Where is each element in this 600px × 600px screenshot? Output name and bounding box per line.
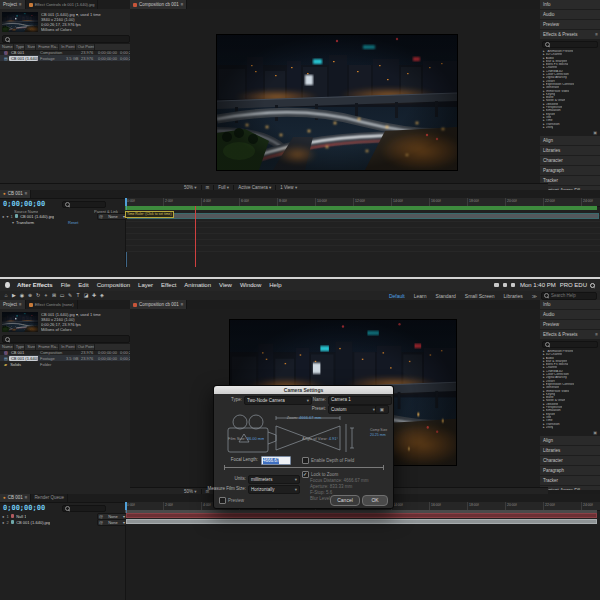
panel-menu-icon[interactable]: ≡ — [181, 302, 184, 308]
tool-icon[interactable]: ◉ — [18, 291, 26, 300]
timeline-search[interactable] — [62, 505, 106, 512]
focal-length-input[interactable]: 4666.67 — [261, 456, 291, 465]
effects-search[interactable] — [542, 41, 598, 48]
panel-align[interactable]: Align — [540, 136, 600, 145]
item-name[interactable]: CB 001 (1-640).jpg — [9, 356, 38, 361]
twirl-icon[interactable]: ▾ — [12, 220, 14, 225]
project-search[interactable] — [2, 35, 130, 43]
eye-icon[interactable]: ● — [2, 520, 4, 525]
menu-item[interactable]: Window — [240, 282, 261, 288]
twirl-icon[interactable]: ▸ — [543, 126, 545, 129]
menu-item[interactable]: Effect — [161, 282, 176, 288]
menu-item[interactable]: Animation — [184, 282, 211, 288]
new-folder-icon[interactable]: ▣ — [593, 130, 597, 135]
panel-menu-icon[interactable]: ≡ — [19, 302, 22, 308]
project-row-footage[interactable]: ▤ CB 001 (1-640).jpg Footage 3.5 GB 23.9… — [0, 55, 130, 61]
layer-name[interactable]: CB 001 (1-640).jpg — [20, 214, 54, 219]
panel-info[interactable]: Info — [540, 300, 600, 309]
panel-content-aware-fill[interactable]: Content-Aware Fill — [540, 486, 600, 490]
type-dropdown[interactable]: Two-Node Camera▾ — [244, 396, 312, 405]
panel-effects-presets[interactable]: Effects & Presets≡ — [540, 30, 600, 39]
app-menu[interactable]: After Effects — [17, 282, 53, 288]
item-name[interactable]: CB 001 — [9, 50, 24, 55]
tool-icon[interactable]: ✎ — [66, 291, 74, 300]
battery-icon[interactable] — [494, 283, 499, 287]
pickwhip-icon[interactable]: @ — [99, 520, 103, 525]
tool-icon[interactable]: ⊞ — [50, 291, 58, 300]
layer-row[interactable]: ● 2 CB 001 (1-640).jpg @None▾ — [0, 519, 125, 525]
pickwhip-icon[interactable]: @ — [99, 214, 103, 219]
menu-item[interactable]: File — [61, 282, 71, 288]
reset-link[interactable]: Reset — [68, 220, 78, 225]
twirl-icon[interactable]: ▸ — [543, 426, 545, 429]
panel-effects-presets[interactable]: Effects & Presets≡ — [540, 330, 600, 339]
dialog-title[interactable]: Camera Settings — [214, 386, 393, 394]
panel-info[interactable]: Info — [540, 0, 600, 9]
menu-item[interactable]: Composition — [97, 282, 130, 288]
save-preset-button[interactable]: ▣ — [375, 405, 389, 414]
label-color-swatch[interactable] — [11, 520, 15, 524]
film-size-value[interactable]: 36.00 mm — [247, 436, 265, 441]
twirl-icon[interactable]: ▾ — [6, 214, 8, 219]
parent-dropdown[interactable]: @None▾ — [97, 519, 127, 526]
label-color-swatch[interactable] — [11, 514, 15, 518]
camera-name-input[interactable]: Camera 1 — [328, 396, 392, 405]
cancel-button[interactable]: Cancel — [330, 495, 360, 506]
layer-name[interactable]: CB 001 (1-640).jpg — [16, 520, 50, 525]
more-workspaces-icon[interactable]: ≫ — [532, 293, 537, 299]
timeline-tab[interactable]: ●CB 001≡ — [0, 494, 31, 502]
tool-icon[interactable]: ⌖ — [42, 291, 50, 300]
panel-paragraph[interactable]: Paragraph — [540, 466, 600, 475]
lock-to-zoom-checkbox[interactable] — [302, 471, 309, 478]
tool-icon[interactable]: T — [74, 291, 82, 300]
panel-menu-icon[interactable]: ≡ — [595, 330, 598, 339]
panel-audio[interactable]: Audio — [540, 310, 600, 319]
panel-tracker[interactable]: Tracker — [540, 176, 600, 185]
timeline-search[interactable] — [62, 201, 106, 208]
render-queue-tab[interactable]: Render Queue — [31, 494, 68, 502]
menu-item[interactable]: Layer — [138, 282, 153, 288]
workspace-tab[interactable]: Default — [389, 293, 405, 299]
zoom-value[interactable]: 4666.67 mm — [299, 415, 321, 420]
measure-dropdown[interactable]: Horizontally▾ — [248, 485, 300, 494]
tool-icon[interactable]: ◪ — [82, 291, 90, 300]
tab-project[interactable]: Project≡ — [0, 0, 26, 9]
ok-button[interactable]: OK — [362, 495, 388, 506]
preview-row[interactable]: Preview — [219, 497, 244, 504]
panel-tracker[interactable]: Tracker — [540, 476, 600, 485]
menu-item[interactable]: Help — [269, 282, 281, 288]
project-search[interactable] — [2, 335, 130, 343]
workspace-tab[interactable]: Libraries — [504, 293, 523, 299]
tab-effect-controls[interactable]: Effect Controls (none) — [26, 300, 78, 309]
angle-of-view-value[interactable]: 4.91° — [329, 436, 338, 441]
tab-composition[interactable]: Composition cb 001≡ — [130, 0, 187, 9]
dof-checkbox-row[interactable]: Enable Depth of Field — [302, 457, 354, 464]
preset-dropdown[interactable]: Custom▾ — [328, 405, 378, 414]
current-timecode[interactable]: 0;00;00;00 — [3, 504, 45, 512]
panel-audio[interactable]: Audio — [540, 10, 600, 19]
tab-effect-controls[interactable]: Effect Controls cb 001 (1-640).jpg — [26, 0, 99, 9]
lock-to-zoom-row[interactable]: Lock to Zoom — [302, 471, 338, 478]
panel-menu-icon[interactable]: ≡ — [19, 2, 22, 8]
effects-category[interactable]: ▸Utility — [540, 126, 600, 129]
panel-libraries[interactable]: Libraries — [540, 146, 600, 155]
tool-icon[interactable]: ▶ — [10, 291, 18, 300]
spotlight-icon[interactable] — [590, 283, 595, 288]
wifi-icon[interactable] — [503, 283, 507, 287]
panel-menu-icon[interactable]: ≡ — [25, 495, 28, 501]
panel-menu-icon[interactable]: ≡ — [181, 2, 184, 8]
control-center-icon[interactable] — [511, 283, 515, 287]
tool-icon[interactable]: ↻ — [34, 291, 42, 300]
item-name[interactable]: CB 001 (1-640).jpg — [9, 56, 38, 61]
project-row-solids[interactable]: ▰ Solids Folder — [0, 361, 130, 367]
tool-icon[interactable]: ▭ — [58, 291, 66, 300]
workspace-tab[interactable]: Small Screen — [465, 293, 495, 299]
tool-icon[interactable]: ◈ — [98, 291, 106, 300]
timeline-tab[interactable]: ●CB 001≡ — [0, 190, 31, 198]
preview-checkbox[interactable] — [219, 497, 226, 504]
panel-preview[interactable]: Preview — [540, 20, 600, 29]
focal-length-slider[interactable] — [224, 467, 384, 468]
pickwhip-icon[interactable]: @ — [99, 514, 103, 519]
effects-search[interactable] — [542, 341, 598, 348]
tool-icon[interactable]: ✚ — [90, 291, 98, 300]
